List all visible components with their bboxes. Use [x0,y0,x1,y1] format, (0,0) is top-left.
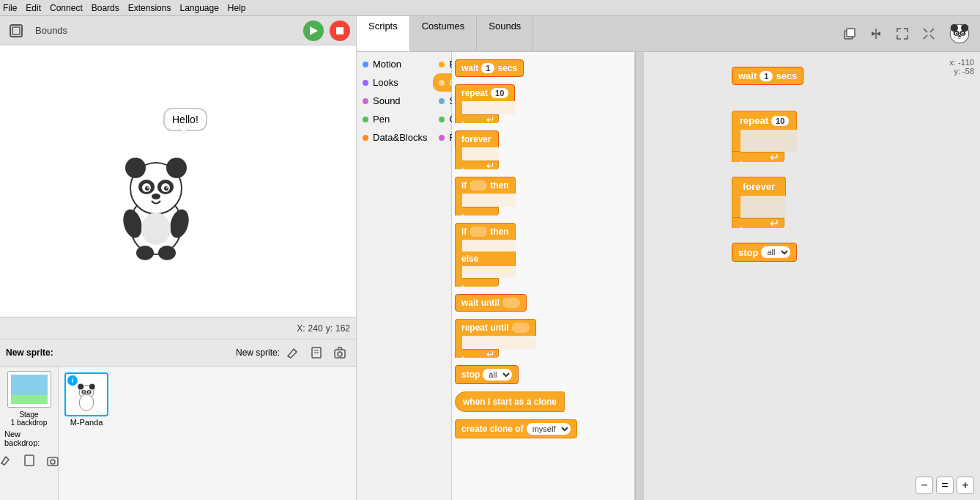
backdrop-file-icon[interactable] [19,450,40,471]
y-label: y: [326,323,333,334]
coords-display: x: -110 y: -58 [949,58,974,76]
fit-to-screen-icon[interactable] [6,21,26,41]
script-stop-block[interactable]: stop all [732,243,797,262]
wait-block[interactable]: wait 1 secs [455,59,524,77]
svg-point-7 [166,158,187,178]
category-datablocks[interactable]: Data&Blocks [357,128,433,147]
svg-point-21 [158,246,176,260]
block-wait-until[interactable]: wait until [455,294,631,312]
svg-point-49 [961,24,968,32]
stage-thumbnail[interactable] [7,371,51,408]
sprite-item-mpanda[interactable]: i [64,372,108,500]
svg-point-48 [951,24,958,32]
category-motion[interactable]: Motion [357,55,433,73]
new-sprite-area: New sprite: [236,342,350,363]
block-when-clone[interactable]: when I start as a clone [455,391,631,412]
svg-rect-1 [12,27,20,34]
tab-costumes[interactable]: Costumes [410,16,478,51]
datablocks-dot [363,135,368,141]
if-else-condition [469,227,487,237]
script-stop[interactable]: stop all [732,243,797,262]
if-then-top[interactable]: if then [455,177,516,194]
new-backdrop-label: New backdrop: [4,430,53,447]
stop-block[interactable]: stop all [455,365,519,384]
svg-point-6 [125,158,146,178]
tab-scripts[interactable]: Scripts [357,16,410,51]
when-clone-block[interactable]: when I start as a clone [455,391,565,412]
clone-select[interactable]: myself [527,423,571,435]
script-repeat-top[interactable]: repeat 10 [732,111,797,130]
script-wait[interactable]: wait 1 secs [732,67,803,85]
sound-label: Sound [373,95,401,106]
menu-file[interactable]: File [3,3,17,13]
sprites-label: New sprite: [6,348,53,358]
script-stop-select[interactable]: all [761,246,790,258]
menu-edit[interactable]: Edit [26,3,41,13]
menu-extensions[interactable]: Extensions [128,3,171,13]
svg-rect-30 [25,455,34,466]
expand-icon[interactable] [892,23,913,44]
script-repeat-block[interactable]: repeat 10 ↵ [732,111,797,162]
script-wait-block[interactable]: wait 1 secs [732,67,803,85]
sprite-info-icon[interactable]: i [67,375,78,386]
shrink-icon[interactable] [918,23,939,44]
new-sprite-camera-icon[interactable] [330,342,350,363]
svg-point-20 [136,246,154,260]
motion-dot [363,62,368,67]
block-repeat-until[interactable]: repeat until ↵ [455,319,631,358]
green-flag-button[interactable] [303,21,324,41]
x-coord: x: -110 [949,58,974,67]
category-looks[interactable]: Looks [357,73,433,92]
script-repeat-pill: 10 [771,116,789,126]
if-else-top[interactable]: if then [455,223,516,240]
pen-label: Pen [373,114,390,125]
block-forever[interactable]: forever ↵ [455,130,631,169]
repeat-until-top[interactable]: repeat until [455,319,536,336]
category-pen[interactable]: Pen [357,110,433,128]
stop-select[interactable]: all [483,369,512,380]
scrollbar-divider[interactable] [635,52,644,500]
zoom-in-button[interactable]: + [957,477,974,494]
script-forever-top[interactable]: forever [732,177,786,196]
menu-language[interactable]: Language [179,3,218,13]
datablocks-label: Data&Blocks [373,132,427,143]
block-wait[interactable]: wait 1 secs [455,59,631,77]
new-sprite-file-icon[interactable] [306,342,327,363]
block-repeat[interactable]: repeat 10 ↵ [455,84,631,123]
wait-until-block[interactable]: wait until [455,294,527,312]
svg-point-34 [78,384,83,390]
script-forever-block[interactable]: forever ↵ [732,177,786,228]
tab-toolbar [834,16,980,51]
repeat-block-top[interactable]: repeat 10 [455,84,515,101]
block-if-then[interactable]: if then [455,177,631,216]
zoom-out-button[interactable]: − [916,477,933,494]
new-sprite-draw-icon[interactable] [283,342,303,363]
categories-panel: Motion Looks Sound Pen [357,52,452,500]
block-stop[interactable]: stop all [455,365,631,384]
tab-sounds[interactable]: Sounds [477,16,533,51]
menu-connect[interactable]: Connect [50,3,83,13]
svg-point-56 [958,35,961,37]
duplicate-icon[interactable] [839,23,860,44]
menu-help[interactable]: Help [228,3,246,13]
blocks-panel: wait 1 secs repeat 10 [452,52,635,500]
new-sprite-label: New sprite: [236,348,280,358]
stage-toolbar: Bounds [0,16,356,45]
block-if-else[interactable]: if then else [455,223,631,287]
wait-until-hex [502,298,520,308]
scripting-area[interactable]: x: -110 y: -58 wait 1 secs repeat 10 [644,52,980,500]
create-clone-block[interactable]: create clone of myself [455,419,577,438]
zoom-reset-button[interactable]: = [936,477,954,494]
category-sound[interactable]: Sound [357,92,433,110]
flip-horizontal-icon[interactable] [866,23,886,44]
menu-boards[interactable]: Boards [92,3,119,13]
stage-label: Stage [19,411,38,419]
tabs-bar: Scripts Costumes Sounds [357,16,980,52]
repeat-until-hex [512,323,530,333]
forever-block-top[interactable]: forever [455,130,499,147]
backdrop-draw-icon[interactable] [0,450,16,471]
stage-canvas: Hello! [0,45,356,317]
block-create-clone[interactable]: create clone of myself [455,419,631,438]
sprite-thumb-mpanda[interactable]: i [64,372,108,416]
stop-button[interactable] [330,21,350,41]
